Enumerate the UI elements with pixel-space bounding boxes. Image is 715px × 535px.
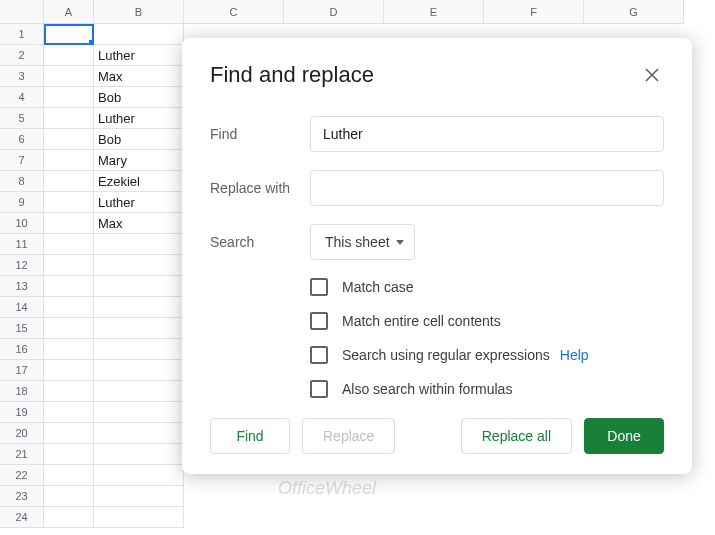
replace-all-button[interactable]: Replace all	[461, 418, 572, 454]
cell[interactable]	[94, 276, 184, 297]
cell[interactable]	[94, 339, 184, 360]
row-header[interactable]: 22	[0, 465, 44, 486]
cell[interactable]	[44, 192, 94, 213]
done-button[interactable]: Done	[584, 418, 664, 454]
cell[interactable]	[44, 297, 94, 318]
formulas-checkbox[interactable]	[310, 380, 328, 398]
cell[interactable]: Ezekiel	[94, 171, 184, 192]
row-header[interactable]: 14	[0, 297, 44, 318]
column-header-g[interactable]: G	[584, 0, 684, 24]
column-header-c[interactable]: C	[184, 0, 284, 24]
cell[interactable]	[44, 213, 94, 234]
cell[interactable]	[94, 381, 184, 402]
column-header-a[interactable]: A	[44, 0, 94, 24]
cell[interactable]	[94, 423, 184, 444]
cell[interactable]	[44, 276, 94, 297]
cell[interactable]	[94, 234, 184, 255]
cell[interactable]	[44, 318, 94, 339]
dialog-title: Find and replace	[210, 62, 374, 88]
cell[interactable]	[44, 486, 94, 507]
cell[interactable]	[44, 339, 94, 360]
cell[interactable]	[94, 507, 184, 528]
cell[interactable]	[94, 465, 184, 486]
row-header[interactable]: 11	[0, 234, 44, 255]
cell[interactable]	[44, 45, 94, 66]
row-header[interactable]: 4	[0, 87, 44, 108]
find-input[interactable]	[310, 116, 664, 152]
cell[interactable]	[44, 381, 94, 402]
cell[interactable]: Max	[94, 66, 184, 87]
cell[interactable]	[94, 297, 184, 318]
chevron-down-icon	[396, 240, 404, 245]
cell[interactable]	[94, 486, 184, 507]
row-header[interactable]: 24	[0, 507, 44, 528]
match-case-checkbox[interactable]	[310, 278, 328, 296]
row-header[interactable]: 20	[0, 423, 44, 444]
row-header[interactable]: 12	[0, 255, 44, 276]
row-header[interactable]: 18	[0, 381, 44, 402]
row-header[interactable]: 5	[0, 108, 44, 129]
cell[interactable]	[44, 87, 94, 108]
cell[interactable]	[44, 129, 94, 150]
row-header[interactable]: 23	[0, 486, 44, 507]
cell[interactable]	[44, 465, 94, 486]
select-all-corner[interactable]	[0, 0, 44, 24]
row-header[interactable]: 9	[0, 192, 44, 213]
row-header[interactable]: 8	[0, 171, 44, 192]
row-header[interactable]: 13	[0, 276, 44, 297]
cell[interactable]	[94, 444, 184, 465]
row-header[interactable]: 6	[0, 129, 44, 150]
close-button[interactable]	[640, 63, 664, 87]
column-header-f[interactable]: F	[484, 0, 584, 24]
row-header[interactable]: 17	[0, 360, 44, 381]
row-header[interactable]: 15	[0, 318, 44, 339]
cell[interactable]: Luther	[94, 192, 184, 213]
cell[interactable]	[94, 360, 184, 381]
row-header[interactable]: 19	[0, 402, 44, 423]
replace-input[interactable]	[310, 170, 664, 206]
cell[interactable]	[44, 507, 94, 528]
row-header[interactable]: 10	[0, 213, 44, 234]
cell[interactable]	[44, 255, 94, 276]
cell[interactable]	[44, 402, 94, 423]
formulas-label: Also search within formulas	[342, 381, 512, 397]
column-header-d[interactable]: D	[284, 0, 384, 24]
find-replace-dialog: Find and replace Find Replace with Searc…	[182, 38, 692, 474]
cell[interactable]	[44, 360, 94, 381]
cell[interactable]: Luther	[94, 45, 184, 66]
regex-help-link[interactable]: Help	[560, 347, 589, 363]
cell[interactable]: Mary	[94, 150, 184, 171]
row-header[interactable]: 21	[0, 444, 44, 465]
regex-checkbox[interactable]	[310, 346, 328, 364]
cell[interactable]	[44, 444, 94, 465]
cell[interactable]: Max	[94, 213, 184, 234]
cell[interactable]	[44, 24, 94, 45]
find-button[interactable]: Find	[210, 418, 290, 454]
cell[interactable]	[94, 402, 184, 423]
match-entire-checkbox[interactable]	[310, 312, 328, 330]
row-header[interactable]: 7	[0, 150, 44, 171]
row-header[interactable]: 3	[0, 66, 44, 87]
column-header-e[interactable]: E	[384, 0, 484, 24]
cell[interactable]	[44, 150, 94, 171]
cell[interactable]	[94, 24, 184, 45]
row-header[interactable]: 16	[0, 339, 44, 360]
column-header-b[interactable]: B	[94, 0, 184, 24]
replace-button[interactable]: Replace	[302, 418, 395, 454]
cell[interactable]	[94, 318, 184, 339]
replace-label: Replace with	[210, 180, 310, 196]
grid-row: 24	[0, 507, 715, 528]
cell[interactable]: Luther	[94, 108, 184, 129]
cell[interactable]: Bob	[94, 87, 184, 108]
cell[interactable]	[44, 171, 94, 192]
row-header[interactable]: 1	[0, 24, 44, 45]
cell[interactable]: Bob	[94, 129, 184, 150]
row-header[interactable]: 2	[0, 45, 44, 66]
cell[interactable]	[44, 66, 94, 87]
match-entire-label: Match entire cell contents	[342, 313, 501, 329]
cell[interactable]	[44, 423, 94, 444]
search-scope-dropdown[interactable]: This sheet	[310, 224, 415, 260]
cell[interactable]	[94, 255, 184, 276]
cell[interactable]	[44, 234, 94, 255]
cell[interactable]	[44, 108, 94, 129]
